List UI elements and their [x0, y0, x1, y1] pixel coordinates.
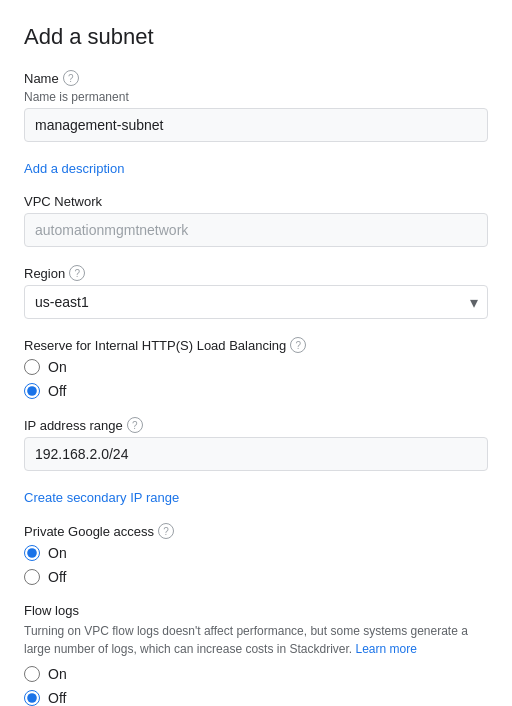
ip-range-label: IP address range ?: [24, 417, 488, 433]
load-balancing-on-radio[interactable]: [24, 359, 40, 375]
description-link-group: Add a description: [24, 160, 488, 176]
create-secondary-ip-range-link[interactable]: Create secondary IP range: [24, 490, 179, 505]
vpc-network-label: VPC Network: [24, 194, 488, 209]
load-balancing-radio-group: On Off: [24, 359, 488, 399]
load-balancing-help-icon[interactable]: ?: [290, 337, 306, 353]
private-google-access-radio-group: On Off: [24, 545, 488, 585]
load-balancing-field-group: Reserve for Internal HTTP(S) Load Balanc…: [24, 337, 488, 399]
flow-logs-on-option[interactable]: On: [24, 666, 488, 682]
private-google-off-label: Off: [48, 569, 66, 585]
private-google-access-help-icon[interactable]: ?: [158, 523, 174, 539]
load-balancing-off-option[interactable]: Off: [24, 383, 488, 399]
flow-logs-on-label: On: [48, 666, 67, 682]
vpc-network-input[interactable]: [24, 213, 488, 247]
ip-range-input[interactable]: [24, 437, 488, 471]
region-help-icon[interactable]: ?: [69, 265, 85, 281]
add-description-link[interactable]: Add a description: [24, 161, 124, 176]
name-label: Name ?: [24, 70, 488, 86]
region-field-group: Region ? us-east1 us-central1 us-west1 e…: [24, 265, 488, 319]
flow-logs-label: Flow logs: [24, 603, 488, 618]
private-google-on-label: On: [48, 545, 67, 561]
private-google-on-option[interactable]: On: [24, 545, 488, 561]
flow-logs-on-radio[interactable]: [24, 666, 40, 682]
secondary-ip-link-group: Create secondary IP range: [24, 489, 488, 505]
region-select[interactable]: us-east1 us-central1 us-west1 europe-wes…: [24, 285, 488, 319]
private-google-access-label: Private Google access ?: [24, 523, 488, 539]
flow-logs-description: Turning on VPC flow logs doesn't affect …: [24, 622, 488, 658]
flow-logs-radio-group: On Off: [24, 666, 488, 706]
ip-range-field-group: IP address range ?: [24, 417, 488, 471]
add-subnet-form: Add a subnet Name ? Name is permanent Ad…: [0, 0, 512, 706]
name-help-icon[interactable]: ?: [63, 70, 79, 86]
flow-logs-off-label: Off: [48, 690, 66, 706]
flow-logs-learn-more-link[interactable]: Learn more: [356, 642, 417, 656]
load-balancing-on-option[interactable]: On: [24, 359, 488, 375]
region-label: Region ?: [24, 265, 488, 281]
load-balancing-off-label: Off: [48, 383, 66, 399]
private-google-off-option[interactable]: Off: [24, 569, 488, 585]
name-input[interactable]: [24, 108, 488, 142]
flow-logs-field-group: Flow logs Turning on VPC flow logs doesn…: [24, 603, 488, 706]
load-balancing-off-radio[interactable]: [24, 383, 40, 399]
name-sublabel: Name is permanent: [24, 90, 488, 104]
flow-logs-off-radio[interactable]: [24, 690, 40, 706]
private-google-on-radio[interactable]: [24, 545, 40, 561]
private-google-off-radio[interactable]: [24, 569, 40, 585]
region-select-wrapper: us-east1 us-central1 us-west1 europe-wes…: [24, 285, 488, 319]
flow-logs-off-option[interactable]: Off: [24, 690, 488, 706]
vpc-network-field-group: VPC Network: [24, 194, 488, 247]
page-title: Add a subnet: [24, 24, 488, 50]
load-balancing-label: Reserve for Internal HTTP(S) Load Balanc…: [24, 337, 488, 353]
name-field-group: Name ? Name is permanent: [24, 70, 488, 142]
load-balancing-on-label: On: [48, 359, 67, 375]
private-google-access-field-group: Private Google access ? On Off: [24, 523, 488, 585]
ip-range-help-icon[interactable]: ?: [127, 417, 143, 433]
